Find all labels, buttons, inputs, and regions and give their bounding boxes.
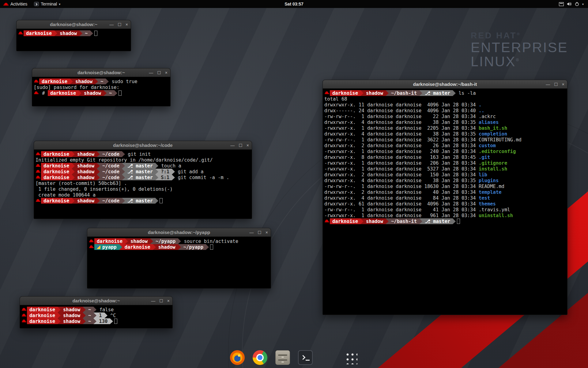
prompt-segment-host: shadow: [61, 318, 83, 324]
terminal-text: -rwxrwxr-x. 1 darknoise darknoise 961 Ja…: [324, 213, 479, 218]
toolbox-icon: [321, 350, 335, 365]
window-controls: —☐×: [249, 228, 268, 236]
powerline-separator-icon: [122, 151, 125, 157]
powerline-separator-icon: [110, 318, 113, 324]
file-name-executable: uninstall.sh: [479, 213, 513, 218]
dock-app-grid[interactable]: [343, 350, 359, 366]
close-button[interactable]: ×: [247, 143, 249, 148]
close-button[interactable]: ×: [167, 299, 170, 303]
titlebar[interactable]: darknoise@shadow:~—☐×: [20, 297, 172, 305]
prompt-segment-host: shadow: [364, 90, 386, 96]
terminal-text: git init: [125, 151, 151, 157]
terminal-cursor: [160, 198, 163, 203]
app-menu-label: Terminal: [41, 2, 57, 6]
terminal-line: darknoiseshadow~130: [21, 318, 172, 324]
terminal-window-term-exitcodes[interactable]: darknoise@shadow:~—☐×darknoiseshadow~ fa…: [20, 296, 173, 328]
close-button[interactable]: ×: [562, 82, 564, 86]
terminal-content[interactable]: darknoiseshadow~ falsedarknoiseshadow~1 …: [20, 305, 172, 328]
activities-button[interactable]: Activities: [0, 0, 31, 8]
file-name-directory: lib: [479, 172, 487, 178]
dock-chrome[interactable]: [252, 350, 268, 366]
redhat-prompt-icon: [21, 312, 27, 318]
minimize-button[interactable]: —: [249, 230, 254, 235]
maximize-button[interactable]: ☐: [157, 71, 161, 75]
system-status-area[interactable]: ▾: [556, 0, 586, 8]
dock-files[interactable]: [275, 350, 291, 366]
titlebar[interactable]: darknoise@shadow:~/bash-it—☐×: [323, 80, 567, 89]
powerline-separator-icon: [206, 244, 209, 250]
titlebar[interactable]: darknoise@shadow:~—☐×: [17, 20, 131, 29]
redhat-prompt-icon: [36, 169, 41, 174]
maximize-button[interactable]: ☐: [258, 230, 262, 235]
minimize-button[interactable]: —: [230, 143, 235, 148]
maximize-button[interactable]: ☐: [159, 299, 163, 303]
minimize-button[interactable]: —: [109, 22, 114, 27]
terminal-text: total 68: [324, 96, 347, 102]
terminal-window-term-pyapp[interactable]: darknoise@shadow:~/pyapp—☐×darknoiseshad…: [87, 228, 271, 289]
file-name-directory: template: [479, 190, 502, 195]
prompt-segment-host: shadow: [128, 238, 150, 244]
window-controls: —☐×: [230, 141, 249, 149]
terminal-content[interactable]: darknoiseshadow~/code git initInitialize…: [34, 150, 252, 219]
terminal-text: -rwxrwxr-x. 1 darknoise darknoise 240 Ja…: [324, 149, 479, 154]
powerline-separator-icon: [72, 163, 75, 169]
registered-mark: ®: [517, 32, 521, 36]
clock[interactable]: Sat 03:57: [285, 2, 303, 6]
maximize-button[interactable]: ☐: [118, 22, 122, 27]
dock-firefox[interactable]: [229, 350, 245, 366]
powerline-separator-icon: [78, 90, 81, 96]
titlebar[interactable]: darknoise@shadow:~/code—☐×: [34, 141, 252, 150]
minimize-button[interactable]: —: [149, 71, 153, 75]
titlebar[interactable]: darknoise@shadow:~—☐×: [32, 68, 170, 77]
dock-terminal[interactable]: [297, 350, 313, 366]
prompt-segment-user: darknoise: [41, 169, 72, 174]
file-name-directory: custom: [479, 143, 496, 148]
window-controls: —☐×: [149, 68, 168, 77]
terminal-line: darknoiseshadow~/code⎇ master?:1 git add…: [36, 169, 252, 174]
close-button[interactable]: ×: [126, 22, 128, 27]
maximize-button[interactable]: ☐: [239, 143, 243, 148]
terminal-content[interactable]: darknoiseshadow~/bash-it⎇ master ls -lat…: [323, 89, 567, 315]
close-button[interactable]: ×: [165, 71, 168, 75]
terminal-text: drwxrwxr-x. 4 darknoise darknoise 38 Jan…: [324, 178, 479, 183]
terminal-window-term-sudo[interactable]: darknoise@shadow:~—☐×darknoiseshadow~ su…: [32, 68, 171, 106]
minimize-button[interactable]: —: [151, 299, 155, 303]
maximize-button[interactable]: ☐: [554, 82, 558, 86]
terminal-text: [master (root-commit) 50bcb63] .: [36, 181, 127, 186]
brand-line2: ENTERPRISE: [471, 40, 568, 55]
powerline-separator-icon: [122, 198, 125, 204]
prompt-segment-host: shadow: [73, 79, 95, 84]
terminal-content[interactable]: darknoiseshadow~/pyapp source bin/activa…: [87, 237, 271, 288]
dock-software[interactable]: [320, 350, 336, 366]
terminal-window-term-bash-it[interactable]: darknoise@shadow:~/bash-it—☐×darknoisesh…: [322, 80, 567, 315]
terminal-window-term-code[interactable]: darknoise@shadow:~/code—☐×darknoiseshado…: [34, 141, 252, 219]
prompt-segment-user: darknoise: [122, 244, 153, 250]
terminal-content[interactable]: darknoiseshadow~ sudo true[sudo] passwor…: [32, 77, 170, 106]
window-controls: —☐×: [109, 20, 128, 29]
terminal-text: git add a: [175, 169, 203, 174]
redhat-prompt-icon: [324, 90, 330, 96]
prompt-segment-path: ~/code: [100, 198, 122, 204]
prompt-segment-path: ~/code: [100, 163, 122, 169]
file-name-executable: install.sh: [479, 166, 507, 172]
close-button[interactable]: ×: [266, 230, 268, 235]
rhel-logo: RED HAT® ENTERPRISE LINUX®: [471, 31, 568, 69]
dock: [229, 350, 359, 366]
prompt-segment-git: ⎇ master: [125, 169, 155, 174]
prompt-segment-host: shadow: [156, 244, 178, 250]
titlebar[interactable]: darknoise@shadow:~/pyapp—☐×: [87, 228, 271, 237]
terminal-text: drwxrwxr-x. 4 darknoise darknoise 84 Jan…: [324, 195, 479, 201]
minimize-button[interactable]: —: [546, 82, 550, 86]
terminal-cursor: [119, 90, 122, 96]
terminal-window-term-home-small[interactable]: darknoise@shadow:~—☐×darknoiseshadow~: [16, 20, 131, 51]
powerline-separator-icon: [58, 307, 61, 312]
prompt-segment-gitst: ?:1: [158, 169, 172, 174]
volume-icon: [567, 2, 572, 6]
terminal-text: -rw-rw-r--. 1 darknoise darknoise 22 Jan…: [324, 114, 496, 119]
prompt-segment-path: ~/code: [100, 174, 122, 180]
app-menu-terminal[interactable]: Terminal ▾: [31, 0, 64, 8]
prompt-segment-path: ~: [86, 312, 93, 318]
powerline-separator-icon: [119, 244, 122, 250]
powerline-separator-icon: [97, 163, 100, 169]
terminal-content[interactable]: darknoiseshadow~: [17, 29, 131, 51]
